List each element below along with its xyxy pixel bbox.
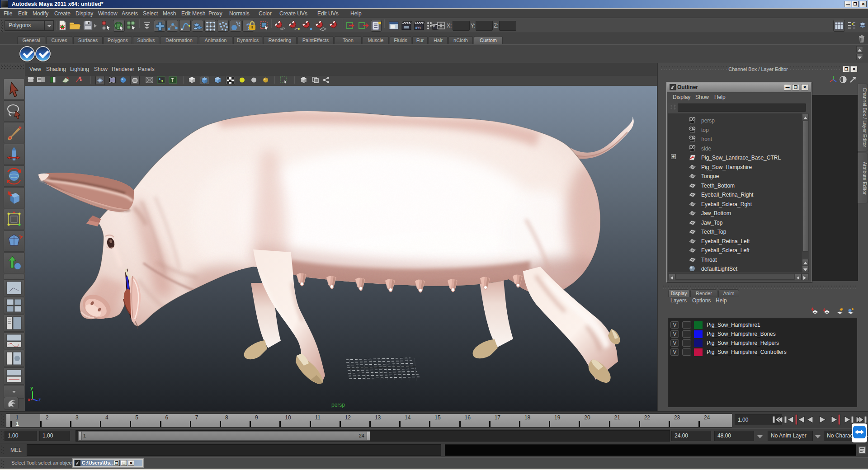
svg-text:T: T	[171, 77, 174, 83]
svg-text:x: x	[28, 397, 31, 402]
svg-text:y: y	[30, 385, 33, 390]
svg-text:z: z	[38, 397, 41, 402]
svg-text:IPR: IPR	[415, 26, 421, 29]
svg-text:persp: persp	[331, 402, 345, 408]
